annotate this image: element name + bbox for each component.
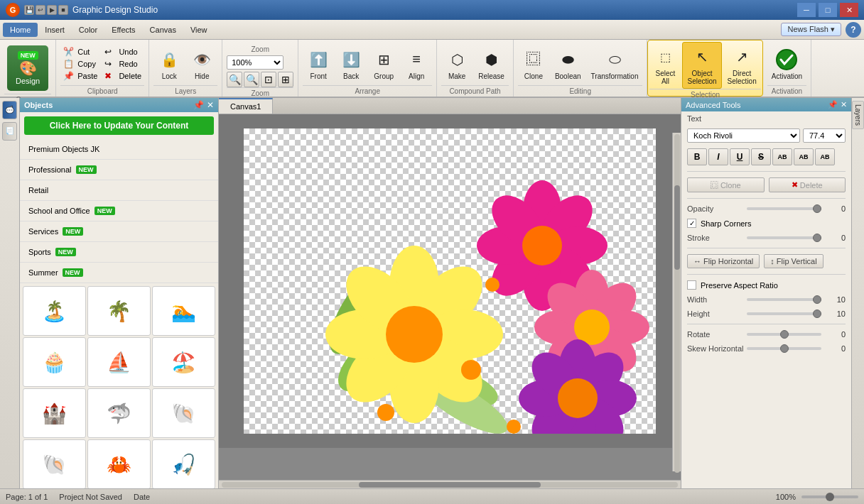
hide-button[interactable]: 👁️ Hide [186, 45, 217, 83]
preserve-aspect-checkbox[interactable] [687, 280, 696, 290]
release-button[interactable]: ⬢ Release [474, 45, 509, 83]
rotate-slider[interactable] [747, 333, 821, 336]
obj-cell-10[interactable]: 🦀 [87, 439, 151, 488]
hscroll-thumb[interactable] [359, 482, 541, 488]
help-button[interactable]: ? [846, 22, 861, 38]
stroke-slider[interactable] [747, 236, 821, 239]
cut-button[interactable]: ✂️ Cut [60, 46, 100, 57]
list-item-school[interactable]: School and Office NEW [20, 201, 218, 221]
maximize-btn[interactable]: □ [819, 3, 837, 17]
menu-canvas[interactable]: Canvas [143, 23, 183, 37]
adv-pin-btn[interactable]: 📌 [828, 100, 838, 109]
menu-home[interactable]: Home [3, 23, 38, 37]
group-button[interactable]: ⊞ Group [368, 45, 399, 83]
list-item-retail[interactable]: Retail [20, 180, 218, 201]
canvas-tab-1[interactable]: Canvas1 [219, 98, 273, 114]
obj-cell-8[interactable]: 🐚 [152, 388, 215, 438]
list-item-premium[interactable]: Premium Objects JK [20, 139, 218, 160]
obj-cell-2[interactable]: 🏊 [152, 286, 215, 336]
canvas-vscroll[interactable] [672, 133, 681, 471]
align-button[interactable]: ≡ Align [401, 45, 432, 83]
menu-color[interactable]: Color [72, 23, 104, 37]
panel-close-btn[interactable]: ✕ [207, 100, 214, 110]
superscript-btn[interactable]: AB [815, 148, 835, 165]
obj-cell-0[interactable]: 🏝️ [23, 286, 86, 336]
opacity-slider[interactable] [747, 207, 821, 210]
obj-cell-3[interactable]: 🧁 [23, 337, 86, 387]
make-button[interactable]: ⬡ Make [441, 45, 472, 83]
quick-play-btn[interactable]: ▶ [47, 5, 57, 15]
bold-btn[interactable]: B [687, 148, 707, 165]
quick-stop-btn[interactable]: ■ [58, 5, 68, 15]
vscroll-thumb[interactable] [674, 185, 680, 270]
minimize-btn[interactable]: ─ [797, 3, 816, 17]
panel-pin-btn[interactable]: 📌 [193, 100, 204, 110]
zoom-select[interactable]: 100% 50% 75% 150% 200% [227, 55, 284, 70]
boolean-button[interactable]: ⬬ Boolean [551, 45, 585, 83]
obj-cell-6[interactable]: 🏰 [23, 388, 86, 438]
height-slider[interactable] [747, 312, 821, 315]
object-selection-button[interactable]: ↖ ObjectSelection [682, 42, 721, 89]
underline-btn[interactable]: U [730, 148, 750, 165]
design-button[interactable]: NEW 🎨 Design [7, 45, 48, 91]
obj-cell-9[interactable]: 🐚 [23, 439, 86, 488]
undo-button[interactable]: ↩ Undo [102, 46, 144, 57]
quick-save-btn[interactable]: 💾 [24, 5, 34, 15]
redo-button[interactable]: ↪ Redo [102, 58, 144, 70]
new-badge-services: NEW [63, 227, 83, 236]
font-size-select[interactable]: 77.4 12 24 36 48 72 [803, 128, 846, 143]
flip-vertical-btn[interactable]: ↕ Flip Vertical [764, 254, 823, 268]
select-all-button[interactable]: ⬚ SelectAll [649, 43, 681, 88]
list-item-summer[interactable]: Summer NEW [20, 263, 218, 283]
activation-button[interactable]: Activation [767, 45, 806, 83]
clone-ribbon-button[interactable]: ⿴ Clone [518, 45, 549, 83]
skew-h-slider[interactable] [747, 347, 821, 350]
quick-undo-btn[interactable]: ↩ [36, 5, 45, 15]
direct-selection-button[interactable]: ↗ DirectSelection [723, 43, 761, 88]
width-slider[interactable] [747, 298, 821, 301]
canvas-hscroll[interactable] [219, 480, 681, 488]
zoom-fit-btn[interactable]: ⊡ [261, 72, 276, 87]
obj-cell-7[interactable]: 🦈 [87, 388, 151, 438]
clone-action-btn[interactable]: ⿴ Clone [687, 177, 765, 192]
sharp-corners-checkbox[interactable]: ✓ [687, 219, 696, 228]
allcaps-btn[interactable]: AB [772, 148, 792, 165]
menu-insert[interactable]: Insert [38, 23, 72, 37]
sidebar-tab-chat[interactable]: 💬 [2, 101, 17, 119]
canvas-viewport[interactable] [219, 114, 681, 448]
back-button[interactable]: ⬇️ Back [335, 45, 367, 83]
news-flash-btn[interactable]: News Flash ▾ [781, 23, 841, 36]
paste-button[interactable]: 📌 Paste [60, 70, 100, 82]
sidebar-tab-doc[interactable]: 📄 [2, 122, 17, 141]
obj-cell-5[interactable]: 🏖️ [152, 337, 215, 387]
item-name-school: School and Office [28, 207, 90, 215]
italic-btn[interactable]: I [708, 148, 728, 165]
obj-cell-4[interactable]: ⛵ [87, 337, 151, 387]
flip-horizontal-btn[interactable]: ↔ Flip Horizontal [687, 254, 760, 268]
font-select[interactable]: Koch Rivoli [687, 128, 800, 143]
list-item-services[interactable]: Services NEW [20, 221, 218, 242]
copy-button[interactable]: 📋 Copy [60, 58, 100, 70]
front-button[interactable]: ⬆️ Front [303, 45, 334, 83]
obj-cell-11[interactable]: 🎣 [152, 439, 215, 488]
delete-button[interactable]: ✖ Delete [102, 70, 144, 82]
adv-close-btn[interactable]: ✕ [841, 100, 847, 109]
layers-tab[interactable]: Layers [852, 101, 864, 129]
update-content-button[interactable]: Click Here to Update Your Content [24, 116, 214, 135]
zoom-in-btn[interactable]: 🔍 [244, 72, 259, 87]
list-item-sports[interactable]: Sports NEW [20, 242, 218, 263]
zoom-status-slider[interactable] [801, 495, 858, 498]
list-item-professional[interactable]: Professional NEW [20, 160, 218, 180]
zoom-status-thumb[interactable] [826, 493, 834, 501]
smallcaps-btn[interactable]: AB [794, 148, 814, 165]
zoom-out-btn[interactable]: 🔍 [227, 72, 242, 87]
close-btn[interactable]: ✕ [840, 3, 858, 17]
obj-cell-1[interactable]: 🌴 [87, 286, 151, 336]
lock-button[interactable]: 🔒 Lock [153, 45, 185, 83]
delete-action-btn[interactable]: ✖ Delete [769, 177, 846, 192]
zoom-actual-btn[interactable]: ⊞ [278, 72, 293, 87]
menu-view[interactable]: View [183, 23, 215, 37]
strikethrough-btn[interactable]: S [751, 148, 771, 165]
menu-effects[interactable]: Effects [104, 23, 142, 37]
transformation-button[interactable]: ⬭ Transformation [587, 45, 643, 83]
